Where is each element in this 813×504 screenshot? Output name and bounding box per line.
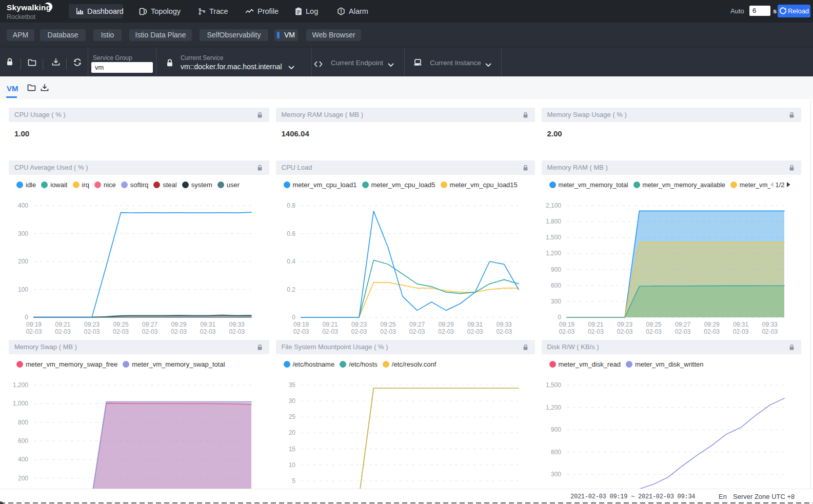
svg-text:900: 900: [550, 266, 561, 273]
svg-text:400: 400: [18, 456, 28, 463]
svg-text:10: 10: [288, 461, 295, 469]
svg-text:09:33: 09:33: [762, 321, 777, 328]
svg-text:09:19: 09:19: [293, 321, 308, 328]
svg-text:20: 20: [288, 429, 295, 436]
svg-text:09:21: 09:21: [55, 321, 71, 328]
svg-text:800: 800: [18, 419, 28, 426]
svg-text:09:31: 09:31: [467, 321, 483, 328]
svg-text:02-03: 02-03: [142, 328, 158, 335]
svg-text:02-03: 02-03: [646, 328, 662, 335]
svg-text:300: 300: [550, 471, 561, 478]
svg-text:15: 15: [288, 446, 295, 453]
svg-text:02-03: 02-03: [380, 328, 396, 335]
svg-text:02-03: 02-03: [351, 328, 367, 335]
svg-text:09:19: 09:19: [26, 321, 42, 328]
svg-text:09:33: 09:33: [229, 321, 245, 328]
svg-text:09:19: 09:19: [559, 321, 574, 328]
svg-text:25: 25: [288, 413, 295, 420]
svg-text:30: 30: [288, 397, 295, 405]
svg-text:02-03: 02-03: [762, 328, 778, 335]
svg-text:09:27: 09:27: [675, 321, 690, 328]
svg-text:100: 100: [18, 286, 28, 293]
svg-text:1,800: 1,800: [545, 218, 561, 225]
svg-text:2,100: 2,100: [545, 202, 561, 209]
svg-text:900: 900: [550, 426, 561, 433]
svg-text:300: 300: [18, 230, 28, 237]
svg-text:02-03: 02-03: [732, 328, 748, 335]
svg-text:02-03: 02-03: [409, 328, 425, 335]
svg-text:0.2: 0.2: [287, 286, 295, 293]
svg-text:09:33: 09:33: [496, 321, 511, 328]
svg-text:09:21: 09:21: [588, 321, 603, 328]
svg-text:09:25: 09:25: [380, 321, 395, 328]
svg-text:09:27: 09:27: [409, 321, 425, 328]
svg-text:09:31: 09:31: [733, 321, 748, 328]
svg-text:600: 600: [550, 449, 561, 456]
svg-text:1,000: 1,000: [13, 400, 28, 407]
svg-text:0.8: 0.8: [287, 202, 295, 209]
svg-text:0: 0: [25, 314, 28, 321]
svg-text:02-03: 02-03: [438, 328, 454, 335]
svg-text:09:29: 09:29: [704, 321, 719, 328]
svg-text:600: 600: [550, 282, 561, 289]
svg-text:09:23: 09:23: [84, 321, 100, 328]
svg-text:200: 200: [18, 475, 28, 482]
svg-text:02-03: 02-03: [26, 328, 42, 335]
svg-text:0.6: 0.6: [287, 230, 295, 237]
svg-text:02-03: 02-03: [293, 328, 309, 335]
svg-text:09:27: 09:27: [142, 321, 157, 328]
svg-text:09:31: 09:31: [200, 321, 215, 328]
svg-text:02-03: 02-03: [675, 328, 690, 335]
svg-text:1,200: 1,200: [13, 381, 28, 389]
svg-text:02-03: 02-03: [84, 328, 100, 335]
svg-text:1,200: 1,200: [545, 404, 561, 411]
svg-text:02-03: 02-03: [200, 328, 216, 335]
svg-text:09:25: 09:25: [113, 321, 129, 328]
svg-text:02-03: 02-03: [113, 328, 129, 335]
svg-text:02-03: 02-03: [55, 328, 71, 335]
svg-text:02-03: 02-03: [496, 328, 512, 335]
svg-text:1,500: 1,500: [545, 234, 561, 241]
svg-text:0: 0: [292, 314, 295, 321]
svg-text:400: 400: [18, 202, 28, 209]
svg-text:02-03: 02-03: [704, 328, 720, 335]
svg-text:02-03: 02-03: [171, 328, 187, 335]
svg-text:09:21: 09:21: [322, 321, 338, 328]
svg-text:09:25: 09:25: [646, 321, 661, 328]
svg-text:02-03: 02-03: [229, 328, 245, 335]
svg-text:09:23: 09:23: [351, 321, 367, 328]
svg-text:09:23: 09:23: [617, 321, 632, 328]
svg-text:0: 0: [558, 314, 561, 321]
svg-text:1,500: 1,500: [545, 381, 561, 389]
svg-text:02-03: 02-03: [588, 328, 604, 335]
svg-text:0.4: 0.4: [287, 258, 295, 265]
svg-text:09:29: 09:29: [171, 321, 187, 328]
svg-text:300: 300: [550, 298, 561, 305]
svg-text:1,200: 1,200: [545, 250, 561, 257]
svg-text:200: 200: [18, 258, 28, 265]
svg-text:09:29: 09:29: [438, 321, 453, 328]
svg-text:02-03: 02-03: [559, 328, 574, 335]
svg-text:5: 5: [292, 477, 295, 485]
svg-text:02-03: 02-03: [322, 328, 338, 335]
svg-text:02-03: 02-03: [617, 328, 632, 335]
svg-text:02-03: 02-03: [467, 328, 483, 335]
svg-text:600: 600: [18, 437, 28, 445]
svg-text:35: 35: [288, 381, 295, 389]
